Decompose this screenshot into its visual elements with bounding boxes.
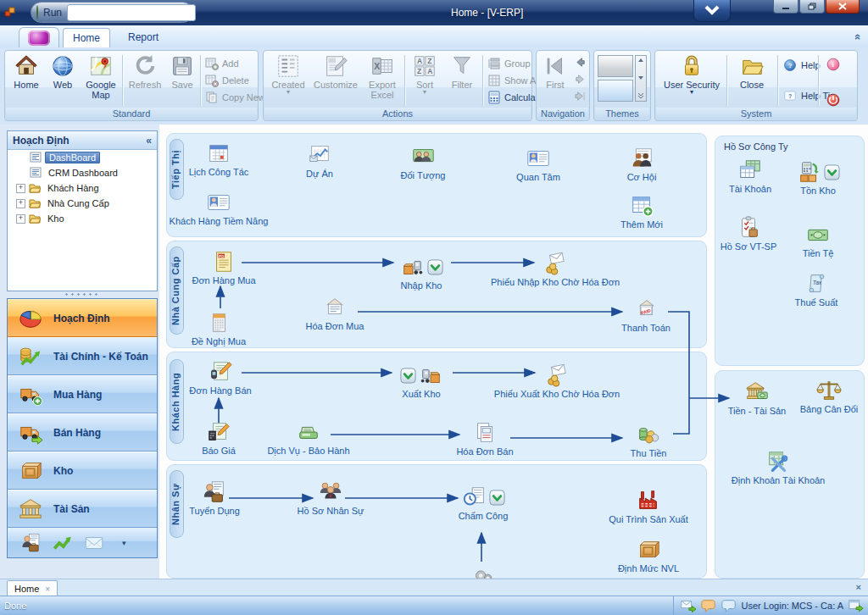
expand-icon[interactable]: +	[16, 214, 25, 224]
tree-item-customers[interactable]: +Khách Hàng	[8, 180, 157, 196]
node-purchase-invoice[interactable]: Hóa Đơn Mua	[271, 295, 398, 331]
node-receipt-awaiting-invoice[interactable]: Phiếu Nhập Kho Chờ Hóa Đơn	[492, 251, 619, 287]
help-button[interactable]: Help	[782, 58, 821, 73]
copy-new-button[interactable]: Copy New	[205, 90, 265, 105]
contact-card-icon	[206, 190, 231, 215]
refresh-button[interactable]: Refresh	[125, 53, 164, 107]
node-issue-awaiting-invoice[interactable]: Phiếu Xuất Kho Chờ Hóa Đơn	[493, 363, 620, 399]
info-button[interactable]	[825, 56, 842, 73]
node-tax-rate[interactable]: Thuế Suất	[778, 271, 854, 308]
node-account-posting[interactable]: Định Khoản Tài Khoản	[715, 449, 842, 485]
maximize-button[interactable]	[799, 0, 825, 14]
node-collect-money[interactable]: Thu Tiền	[585, 422, 712, 458]
node-goods-issue[interactable]: Xuất Kho	[358, 363, 485, 399]
node-partners[interactable]: Đối Tượng	[359, 144, 487, 180]
sales-doc-icon	[208, 359, 233, 385]
web-button[interactable]: Web	[46, 53, 80, 107]
sidebar-item-sales[interactable]: Bán Hàng	[8, 413, 157, 452]
node-sales-invoice[interactable]: Hóa Đơn Bán	[421, 420, 548, 457]
user-security-button[interactable]: User Security▾	[659, 53, 725, 107]
tree-item-suppliers[interactable]: +Nhà Cung Cấp	[8, 196, 157, 211]
node-purchase-request[interactable]: Đề Nghị Mua	[155, 310, 282, 346]
chat-bubble-orange-icon[interactable]	[701, 598, 716, 613]
add-button[interactable]: Add	[205, 56, 239, 71]
node-service-warranty[interactable]: Dịch Vụ - Bảo Hành	[245, 419, 372, 456]
finance-module-icon[interactable]	[51, 532, 75, 554]
mail-module-icon[interactable]	[82, 532, 106, 554]
send-mail-icon[interactable]	[681, 598, 696, 613]
node-hr-records[interactable]: Hồ Sơ Nhân Sự	[267, 479, 394, 516]
last-arrow-icon[interactable]	[574, 90, 587, 102]
app-icon[interactable]	[3, 5, 17, 19]
theme-thumbnail-1[interactable]	[598, 55, 633, 77]
next-arrow-icon[interactable]	[574, 73, 587, 86]
prev-arrow-icon[interactable]	[574, 56, 587, 69]
more-modules-caret[interactable]: ▾	[122, 539, 126, 547]
meeting-icon	[629, 146, 654, 171]
tree-item-dashboard[interactable]: DashBoard	[8, 150, 157, 165]
created-button[interactable]: Created▾	[267, 53, 309, 107]
tree-item-crm-dashboard[interactable]: CRM Dashboard	[8, 165, 157, 180]
hr-module-icon[interactable]	[19, 532, 43, 554]
quick-run-input[interactable]	[67, 4, 196, 21]
theme-thumbnail-2[interactable]	[598, 80, 633, 102]
sidebar-item-assets[interactable]: Tài Sản	[8, 490, 157, 528]
home-button[interactable]: Home	[8, 53, 44, 107]
node-accounts[interactable]: Tài Khoản	[712, 158, 788, 194]
ribbon-collapse-button[interactable]: «	[852, 34, 865, 40]
expand-icon[interactable]: +	[16, 184, 25, 193]
doc-tab-home[interactable]: Home ×	[7, 580, 58, 596]
close-button[interactable]	[826, 0, 860, 14]
sidebar-item-finance-accounting[interactable]: Tài Chính - Kế Toán	[8, 337, 157, 375]
themes-scrollbar[interactable]	[635, 55, 647, 102]
chat-bubble-blue-icon[interactable]	[721, 598, 737, 613]
tree-item-warehouse[interactable]: +Kho	[8, 211, 157, 226]
panel-collapse-button[interactable]: «	[146, 135, 152, 147]
node-recruitment[interactable]: Tuyển Dụng	[151, 479, 278, 516]
doc-tab-close-icon[interactable]: ×	[45, 585, 50, 594]
node-add-new[interactable]: Thêm Mới	[578, 193, 705, 230]
titlebar-dropdown-button[interactable]	[693, 0, 731, 22]
splitter-handle[interactable]	[64, 292, 101, 297]
application-menu-button[interactable]	[19, 27, 59, 48]
node-goods-receipt[interactable]: Nhập Kho	[358, 254, 485, 291]
node-payment[interactable]: Thanh Toán	[582, 296, 709, 333]
tab-report[interactable]: Report	[113, 28, 174, 47]
delete-button[interactable]: Delete	[205, 73, 249, 88]
expand-icon[interactable]: +	[16, 199, 25, 208]
show-all-button[interactable]: Show All	[487, 73, 540, 88]
sort-button[interactable]: Sort▾	[408, 53, 442, 107]
node-inventory[interactable]: Tồn Kho	[780, 159, 856, 196]
node-material-norms[interactable]: Định Mức NVL	[585, 537, 712, 573]
first-button[interactable]: First	[538, 53, 572, 107]
sidebar-item-label: Mua Hàng	[53, 389, 102, 401]
google-map-button[interactable]: Google Map	[81, 53, 120, 107]
strip-close-icon[interactable]: ×	[856, 582, 861, 592]
minimize-button[interactable]	[773, 0, 798, 14]
sidebar-item-purchasing[interactable]: Mua Hàng	[8, 375, 157, 413]
quick-access-toolbar: Run	[31, 2, 193, 23]
customize-button[interactable]: Customize	[311, 53, 360, 107]
node-opportunity[interactable]: Cơ Hội	[578, 146, 705, 182]
node-currency[interactable]: Tiền Tệ	[780, 222, 856, 258]
node-purchase-order[interactable]: Đơn Hàng Mua	[160, 249, 287, 285]
node-timekeeping[interactable]: Chấm Công	[420, 485, 547, 521]
export-excel-button[interactable]: Export Excel	[362, 53, 403, 107]
node-item-records[interactable]: Hồ Sơ VT-SP	[710, 215, 787, 252]
node-cash-assets[interactable]: Tiền - Tài Sản	[719, 380, 795, 416]
tab-home[interactable]: Home	[63, 28, 110, 47]
run-button[interactable]: Run	[43, 7, 62, 19]
node-balance-sheet[interactable]: Bảng Cân Đối	[791, 378, 867, 414]
save-button[interactable]: Save	[166, 53, 198, 107]
switch-window-icon[interactable]	[849, 598, 864, 613]
node-potential-customers[interactable]: Khách Hàng Tiềm Năng	[155, 190, 282, 226]
close-module-button[interactable]: Close	[730, 53, 774, 107]
sidebar-item-planning[interactable]: Hoạch Định	[8, 299, 157, 337]
node-sales-order[interactable]: Đơn Hàng Bán	[157, 359, 284, 396]
sidebar-item-warehouse[interactable]: Kho	[8, 452, 157, 490]
group-button[interactable]: Group	[487, 56, 531, 71]
node-production-process[interactable]: Qui Trình Sản Xuất	[585, 488, 712, 524]
scroll-up-icon	[637, 58, 644, 63]
filter-button[interactable]: Filter	[443, 53, 481, 107]
power-button[interactable]	[825, 91, 842, 108]
